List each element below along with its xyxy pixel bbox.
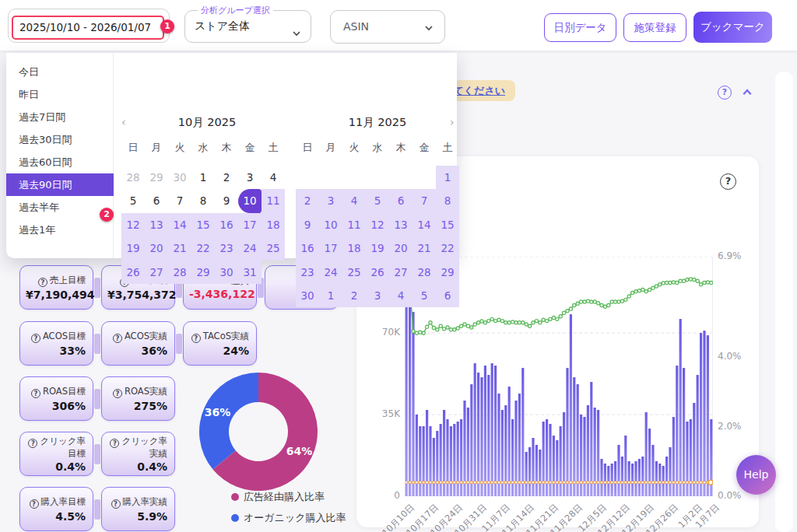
kpi-help-icon[interactable]: ? (191, 334, 201, 343)
calendar-day[interactable]: 28 (413, 261, 436, 284)
measure-register-button[interactable]: 施策登録 (623, 13, 686, 42)
kpi-help-icon[interactable]: ? (28, 439, 37, 448)
asin-select[interactable]: ASIN (330, 10, 445, 44)
calendar-day[interactable]: 2 (296, 189, 319, 212)
calendar-day[interactable]: 11 (342, 213, 366, 236)
calendar-day[interactable]: 23 (215, 236, 238, 260)
calendar-day[interactable]: 5 (121, 189, 145, 212)
calendar-day[interactable]: 5 (413, 284, 436, 307)
calendar-day[interactable]: 10 (319, 213, 342, 236)
calendar-day[interactable]: 6 (389, 189, 413, 212)
help-button[interactable]: Help (736, 455, 776, 495)
calendar-day[interactable]: 21 (168, 236, 191, 260)
calendar-day[interactable]: 9 (296, 213, 319, 236)
calendar-day[interactable]: 6 (145, 189, 168, 212)
calendar-day[interactable]: 19 (366, 236, 389, 260)
calendar-day[interactable]: 27 (145, 261, 168, 284)
calendar-day[interactable]: 25 (262, 236, 285, 260)
calendar-day[interactable]: 17 (238, 213, 262, 236)
kpi-help-icon[interactable]: ? (38, 278, 47, 287)
calendar-day[interactable]: 7 (413, 189, 436, 212)
section-help-icon[interactable]: ? (718, 86, 732, 100)
preset-item[interactable]: 過去60日間 (6, 151, 114, 173)
date-range-picker[interactable]: 2025/10/10 - 2026/01/07 (8, 9, 170, 43)
calendar-day[interactable]: 9 (215, 189, 238, 212)
chart-help-icon[interactable]: ? (720, 173, 736, 190)
preset-item[interactable]: 過去90日間 (6, 173, 114, 196)
daily-data-button[interactable]: 日別データ (544, 13, 616, 42)
calendar-day[interactable]: 21 (413, 236, 436, 260)
calendar-day[interactable]: 23 (296, 261, 319, 284)
calendar-day[interactable]: 26 (121, 261, 145, 284)
calendar-day[interactable]: 29 (191, 261, 215, 284)
calendar-day[interactable]: 20 (389, 236, 413, 260)
kpi-help-icon[interactable]: ? (31, 334, 40, 343)
calendar-day[interactable]: 5 (366, 189, 389, 212)
calendar-day[interactable]: 31 (238, 261, 262, 284)
preset-item[interactable]: 過去7日間 (6, 106, 114, 128)
calendar-day[interactable]: 22 (191, 236, 215, 260)
calendar-day[interactable]: 27 (389, 261, 413, 284)
calendar-day[interactable]: 4 (389, 284, 413, 307)
calendar-day[interactable]: 18 (262, 213, 285, 236)
calendar-day[interactable]: 1 (319, 284, 342, 307)
collapse-chevron-up-icon[interactable] (742, 87, 753, 98)
calendar-day[interactable]: 22 (436, 236, 459, 260)
calendar-day[interactable]: 13 (389, 213, 413, 236)
analysis-group-select[interactable]: 分析グループ選択 ストア全体 (184, 5, 311, 43)
calendar-day[interactable]: 3 (366, 284, 389, 307)
calendar-day[interactable]: 6 (436, 284, 459, 307)
calendar-day[interactable]: 28 (168, 261, 191, 284)
calendar-day[interactable]: 2 (215, 166, 238, 189)
calendar-day[interactable]: 19 (121, 236, 145, 260)
calendar-day[interactable]: 18 (342, 236, 366, 260)
calendar-day[interactable]: 30 (215, 261, 238, 284)
bookmark-button[interactable]: ブックマーク (693, 12, 772, 43)
calendar-day[interactable]: 30 (168, 166, 191, 189)
kpi-help-icon[interactable]: ? (113, 389, 122, 398)
calendar-day[interactable]: 29 (145, 166, 168, 189)
calendar-day[interactable]: 15 (436, 213, 459, 236)
preset-item[interactable]: 今日 (6, 61, 114, 83)
kpi-help-icon[interactable]: ? (113, 334, 122, 343)
kpi-help-icon[interactable]: ? (111, 499, 121, 509)
calendar-day[interactable]: 14 (413, 213, 436, 236)
calendar-day[interactable]: 1 (436, 166, 459, 189)
preset-item[interactable]: 過去半年 (6, 196, 114, 219)
kpi-help-icon[interactable]: ? (30, 499, 39, 509)
calendar-day[interactable]: 13 (145, 213, 168, 236)
preset-item[interactable]: 昨日 (6, 83, 114, 106)
calendar-day[interactable]: 24 (238, 236, 262, 260)
calendar-day[interactable]: 26 (366, 261, 389, 284)
calendar-day[interactable]: 2 (342, 284, 366, 307)
calendar-day[interactable]: 8 (436, 189, 459, 212)
preset-item[interactable]: 過去30日間 (6, 128, 114, 151)
calendar-day[interactable]: 12 (121, 213, 145, 236)
calendar-day[interactable]: 28 (121, 166, 145, 189)
calendar-day[interactable]: 4 (262, 166, 285, 189)
calendar-day[interactable]: 11 (262, 189, 285, 212)
calendar-day[interactable]: 16 (296, 236, 319, 260)
date-range-input[interactable]: 2025/10/10 - 2026/01/07 (12, 16, 164, 40)
calendar-day[interactable]: 7 (168, 189, 191, 212)
calendar-day[interactable]: 24 (319, 261, 342, 284)
calendar-day[interactable]: 25 (342, 261, 366, 284)
calendar-day[interactable]: 3 (238, 166, 262, 189)
calendar-day[interactable]: 4 (342, 189, 366, 212)
calendar-next-icon[interactable]: › (450, 116, 455, 128)
calendar-day[interactable]: 14 (168, 213, 191, 236)
calendar-day[interactable]: 17 (319, 236, 342, 260)
calendar-day[interactable]: 30 (296, 284, 319, 307)
preset-item[interactable]: 過去1年 (6, 219, 114, 241)
calendar-day[interactable]: 20 (145, 236, 168, 260)
calendar-day[interactable]: 29 (436, 261, 459, 284)
calendar-day[interactable]: 8 (191, 189, 215, 212)
calendar-day[interactable]: 3 (319, 189, 342, 212)
kpi-help-icon[interactable]: ? (110, 439, 119, 448)
calendar-day[interactable]: 12 (366, 213, 389, 236)
kpi-help-icon[interactable]: ? (31, 389, 40, 398)
calendar-day[interactable]: 10 (238, 189, 262, 212)
calendar-day[interactable]: 1 (191, 166, 215, 189)
calendar-day[interactable]: 16 (215, 213, 238, 236)
calendar-day[interactable]: 15 (191, 213, 215, 236)
